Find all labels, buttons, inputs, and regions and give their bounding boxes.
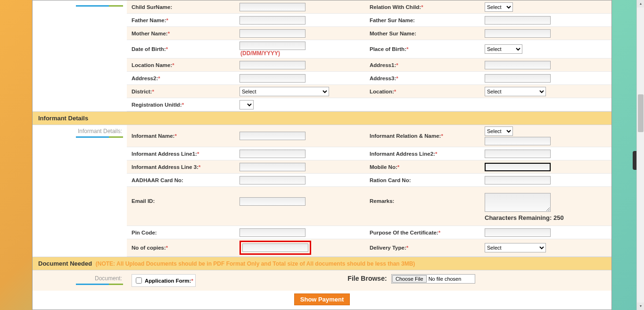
applicant-side-label (33, 0, 127, 111)
mother-surname-input[interactable] (485, 29, 551, 38)
informant-addr3-input[interactable] (239, 163, 305, 171)
mobile-input[interactable] (485, 163, 551, 171)
mother-surname-label: Mother Sur Name: (360, 28, 483, 39)
purpose-label: Purpose Of the Certificate:* (360, 227, 483, 238)
email-label: Email ID: (127, 192, 238, 206)
pob-label: Place of Birth:* (360, 44, 483, 54)
mother-name-label: Mother Name:* (127, 28, 238, 39)
location-name-label: Location Name:* (127, 60, 238, 70)
show-payment-button[interactable]: Show Payment (294, 293, 350, 305)
informant-addr1-input[interactable] (239, 150, 305, 158)
reg-unit-select[interactable] (239, 100, 254, 109)
side-marker (633, 151, 636, 170)
informant-relation-name-input[interactable] (485, 137, 551, 145)
informant-relation-label: Informant Relation & Name:* (360, 131, 483, 141)
application-form-checkbox[interactable] (136, 277, 142, 284)
informant-side-label: Informant Details: (33, 128, 123, 134)
informant-addr3-label: Informant Address Line 3:* (127, 162, 238, 172)
aadhaar-label: AADHAAR Card No: (127, 175, 238, 185)
location-label: Location:* (360, 86, 483, 97)
informant-name-label: Informant Name:* (127, 131, 238, 141)
address3-label: Address3:* (360, 73, 483, 84)
location-name-input[interactable] (239, 61, 305, 69)
address2-input[interactable] (239, 74, 305, 83)
application-form-label: Application Form:* (145, 278, 193, 284)
address1-label: Address1:* (360, 60, 483, 70)
informant-addr2-input[interactable] (485, 150, 551, 158)
mother-name-input[interactable] (239, 29, 305, 38)
scrollbar-thumb[interactable] (638, 94, 644, 132)
characters-remaining: Characters Remaining: 250 (485, 214, 610, 221)
document-section-head: Document Needed (NOTE: All Upload Docume… (33, 257, 611, 270)
vertical-scrollbar[interactable]: ▴ ▾ (636, 0, 644, 310)
copies-input[interactable] (242, 243, 308, 252)
delivery-label: Delivery Type:* (360, 243, 483, 253)
informant-relation-select[interactable]: Select (485, 126, 513, 136)
child-surname-input[interactable] (239, 3, 305, 11)
child-surname-label: Child SurName: (127, 2, 238, 12)
copies-highlight (239, 241, 311, 255)
informant-addr1-label: Informant Address Line1:* (127, 149, 238, 159)
district-select[interactable]: Select (239, 87, 329, 96)
ration-input[interactable] (485, 176, 551, 184)
relation-with-child-select[interactable]: Select (485, 2, 513, 12)
dob-hint: (DD/MM/YYYY) (240, 50, 280, 57)
delivery-select[interactable]: Select (485, 243, 546, 252)
informant-section-head: Informant Details (33, 111, 611, 125)
no-file-chosen-text: No file chosen (429, 276, 462, 282)
pin-code-input[interactable] (239, 228, 305, 237)
father-name-input[interactable] (239, 16, 305, 25)
relation-with-child-label: Relation With Child:* (360, 2, 483, 12)
address1-input[interactable] (485, 61, 551, 69)
mobile-label: Mobile No:* (360, 162, 483, 172)
purpose-input[interactable] (485, 228, 551, 237)
reg-unit-label: Registration UnitId:* (127, 100, 238, 110)
aadhaar-input[interactable] (239, 176, 305, 184)
pob-select[interactable]: Select (485, 44, 522, 54)
file-browse-label: File Browse: (347, 275, 387, 282)
informant-addr2-label: Informant Address Line2:* (360, 149, 483, 159)
remarks-textarea[interactable] (485, 193, 551, 212)
pin-code-label: Pin Code: (127, 227, 238, 238)
email-input[interactable] (239, 197, 305, 206)
scroll-up-arrow[interactable]: ▴ (637, 0, 644, 8)
file-input-box[interactable]: Choose FileNo file chosen (391, 274, 475, 284)
address3-input[interactable] (485, 74, 551, 83)
address2-label: Address2:* (127, 73, 238, 84)
choose-file-button[interactable]: Choose File (392, 275, 427, 283)
copies-label: No of copies:* (127, 243, 238, 253)
remarks-label: Remarks: (360, 192, 483, 206)
ration-label: Ration Card No: (360, 175, 483, 185)
father-surname-input[interactable] (485, 16, 551, 25)
document-note: (NOTE: All Upload Documents should be in… (96, 260, 415, 267)
location-select[interactable]: Select (485, 87, 546, 96)
father-name-label: Father Name:* (127, 15, 238, 25)
dob-label: Date of Birth:* (127, 44, 238, 54)
document-side-label: Document: (33, 275, 123, 282)
father-surname-label: Father Sur Name: (360, 15, 483, 25)
dob-input[interactable] (239, 42, 305, 50)
informant-name-input[interactable] (239, 132, 305, 140)
form-container: Child SurName: Relation With Child:* Sel… (32, 0, 612, 310)
district-label: District:* (127, 86, 238, 97)
scroll-down-arrow[interactable]: ▾ (637, 302, 644, 310)
